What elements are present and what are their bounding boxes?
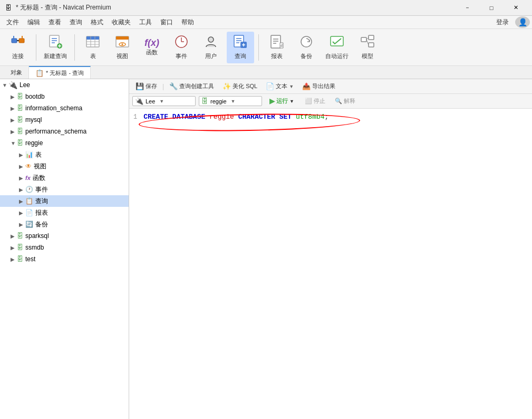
sidebar-item-reggie[interactable]: ▼ 🗄 reggie <box>0 137 129 149</box>
sidebar-item-backup[interactable]: ▶ 🔄 备份 <box>0 218 129 230</box>
sidebar-item-event[interactable]: ▶ 🕐 事件 <box>0 184 129 195</box>
sql-character-keyword: CHARACTER <box>238 113 275 121</box>
bootdb-icon: 🗄 <box>17 93 23 100</box>
lee-label: Lee <box>20 81 30 89</box>
svg-rect-0 <box>12 39 17 43</box>
query-toolbar: 💾 保存 | 🔧 查询创建工具 ✨ 美化 SQL 📄 文本 ▼ <box>129 79 532 94</box>
sidebar-item-bootdb[interactable]: ▶ 🗄 bootdb <box>0 91 129 102</box>
run-dropdown-icon: ▼ <box>289 99 294 104</box>
sidebar-item-test[interactable]: ▶ 🗄 test <box>0 253 129 265</box>
view-label: 视图 <box>34 162 46 171</box>
toolbar-query[interactable]: 查询 <box>227 32 254 63</box>
menu-format[interactable]: 格式 <box>86 16 108 28</box>
run-button[interactable]: ▶ 运行 ▼ <box>265 96 298 106</box>
toolbar-func[interactable]: f(x) 函数 <box>138 32 166 63</box>
info-schema-label: information_schema <box>25 104 82 112</box>
menu-login[interactable]: 登录 <box>492 16 513 28</box>
expand-arrow-report: ▶ <box>19 210 25 216</box>
perf-schema-label: performance_schema <box>25 128 86 135</box>
tab-objects[interactable]: 对象 <box>4 66 29 79</box>
beautify-button[interactable]: ✨ 美化 SQL <box>219 81 260 91</box>
report-sub-icon: 📄 <box>25 209 33 216</box>
connection-select[interactable]: 🔌 Lee ▼ <box>132 96 196 106</box>
svg-rect-33 <box>271 35 280 48</box>
close-button[interactable]: ✕ <box>504 0 528 16</box>
menu-window[interactable]: 窗口 <box>156 16 177 28</box>
toolbar-event[interactable]: 事件 <box>168 32 195 63</box>
sidebar-item-perf-schema[interactable]: ▶ 🗄 performance_schema <box>0 126 129 137</box>
sql-editor[interactable]: 1 CREATE DATABASE reggie CHARACTER SET u… <box>129 109 532 419</box>
model-icon <box>360 34 375 51</box>
sparksql-label: sparksql <box>25 232 49 240</box>
explain-button[interactable]: 🔍 解释 <box>332 96 359 106</box>
toolbar-model[interactable]: 模型 <box>354 32 381 63</box>
query-builder-button[interactable]: 🔧 查询创建工具 <box>166 81 217 91</box>
sidebar-item-view[interactable]: ▶ 👁 视图 <box>0 160 129 172</box>
window-title: * 无标题 - 查询 - Navicat Premium <box>16 3 455 12</box>
menu-query[interactable]: 查询 <box>65 16 86 28</box>
database-select[interactable]: 🗄 reggie ▼ <box>199 96 262 106</box>
sidebar-item-mysql[interactable]: ▶ 🗄 mysql <box>0 114 129 126</box>
svg-rect-43 <box>369 35 374 40</box>
event-label: 事件 <box>35 185 48 194</box>
perf-schema-icon: 🗄 <box>17 128 23 135</box>
sidebar-item-report[interactable]: ▶ 📄 报表 <box>0 207 129 218</box>
new-query-icon <box>48 34 63 51</box>
toolbar-connect-label: 连接 <box>12 52 24 60</box>
menu-favorites[interactable]: 收藏夹 <box>108 16 135 28</box>
sep3 <box>258 34 259 61</box>
tab-bar: 对象 📋 * 无标题 - 查询 <box>0 66 532 79</box>
expand-arrow-perf: ▶ <box>11 129 17 135</box>
toolbar-user[interactable]: 用户 <box>197 32 225 63</box>
sql-create-keyword: CREATE <box>143 113 168 121</box>
maximize-button[interactable]: □ <box>479 0 504 16</box>
sidebar-item-lee[interactable]: ▼ 🔌 Lee <box>0 79 129 91</box>
menu-edit[interactable]: 编辑 <box>23 16 44 28</box>
sidebar: ▼ 🔌 Lee ▶ 🗄 bootdb ▶ 🗄 information_schem… <box>0 79 129 419</box>
tab-query[interactable]: 📋 * 无标题 - 查询 <box>29 66 91 79</box>
sidebar-item-sparksql[interactable]: ▶ 🗄 sparksql <box>0 230 129 242</box>
sql-set-keyword: SET <box>279 113 292 121</box>
sidebar-item-query-selected[interactable]: ▶ 📋 查询 <box>0 195 129 207</box>
connect-icon <box>11 34 25 51</box>
export-button[interactable]: 📤 导出结果 <box>299 81 338 91</box>
tab-query-label: * 无标题 - 查询 <box>46 69 84 77</box>
sql-database-keyword: DATABASE <box>172 113 205 121</box>
table-sub-icon: 📊 <box>25 151 33 158</box>
sidebar-item-table[interactable]: ▶ 📊 表 <box>0 149 129 160</box>
toolbar-query-label: 查询 <box>235 52 246 60</box>
menu-tools[interactable]: 工具 <box>135 16 156 28</box>
report-icon <box>269 34 284 51</box>
menu-bar: 文件 编辑 查看 查询 格式 收藏夹 工具 窗口 帮助 登录 👤 <box>0 16 532 29</box>
mysql-icon: 🗄 <box>17 116 23 123</box>
toolbar-table[interactable]: 表 <box>79 32 107 63</box>
toolbar-autorun[interactable]: 自动运行 <box>322 32 352 63</box>
menu-help[interactable]: 帮助 <box>177 16 198 28</box>
table-label: 表 <box>35 150 42 159</box>
svg-rect-19 <box>116 36 129 40</box>
toolbar-func-label: 函数 <box>146 49 158 56</box>
text-button[interactable]: 📄 文本 ▼ <box>263 81 297 91</box>
toolbar-view-label: 视图 <box>117 52 128 60</box>
info-schema-icon: 🗄 <box>17 104 23 112</box>
minimize-button[interactable]: － <box>455 0 479 16</box>
menu-view[interactable]: 查看 <box>44 16 65 28</box>
sidebar-item-ssmdb[interactable]: ▶ 🗄 ssmdb <box>0 242 129 253</box>
toolbar-connect[interactable]: 连接 <box>4 32 32 63</box>
reggie-icon: 🗄 <box>17 139 23 147</box>
db-select-icon: 🗄 <box>201 97 208 105</box>
toolbar-report[interactable]: 报表 <box>263 32 291 63</box>
expand-arrow-info: ▶ <box>11 106 17 111</box>
stop-icon: ⬜ <box>305 98 312 104</box>
expand-arrow-view: ▶ <box>19 164 25 169</box>
stop-button[interactable]: ⬜ 停止 <box>302 96 328 106</box>
save-button[interactable]: 💾 保存 <box>132 81 160 91</box>
toolbar-report-label: 报表 <box>271 52 283 60</box>
menu-file[interactable]: 文件 <box>2 16 23 28</box>
svg-line-46 <box>366 40 369 45</box>
toolbar-view[interactable]: 视图 <box>109 32 136 63</box>
sidebar-item-info-schema[interactable]: ▶ 🗄 information_schema <box>0 102 129 114</box>
toolbar-backup[interactable]: 备份 <box>293 32 320 63</box>
toolbar-new-query[interactable]: 新建查询 <box>41 32 70 63</box>
sidebar-item-func[interactable]: ▶ fx 函数 <box>0 172 129 184</box>
